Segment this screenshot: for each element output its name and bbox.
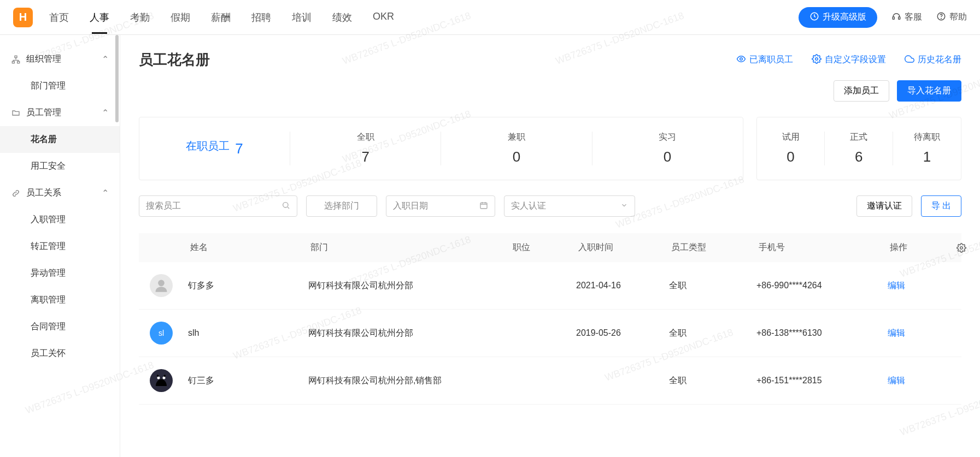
edit-link[interactable]: 编辑 bbox=[888, 375, 948, 387]
sidebar-scrollbar[interactable] bbox=[115, 35, 119, 122]
logo[interactable]: H bbox=[13, 8, 33, 27]
th-phone: 手机号 bbox=[756, 242, 888, 253]
sidebar-group-relation[interactable]: 员工关系 ⌃ bbox=[0, 180, 120, 206]
help-label: 帮助 bbox=[949, 11, 967, 23]
stat-value: 0 bbox=[592, 149, 743, 165]
search-input[interactable]: 搜索员工 bbox=[139, 195, 297, 217]
stat-parttime[interactable]: 兼职 0 bbox=[441, 132, 591, 165]
department-label: 选择部门 bbox=[324, 200, 359, 212]
svg-rect-6 bbox=[12, 61, 14, 63]
export-button[interactable]: 导 出 bbox=[921, 195, 961, 217]
import-roster-button[interactable]: 导入花名册 bbox=[897, 80, 961, 102]
sidebar-item-onboard[interactable]: 入职管理 bbox=[0, 206, 120, 233]
invite-auth-button[interactable]: 邀请认证 bbox=[856, 195, 912, 217]
table-row[interactable]: 钉多多 网钉科技有限公司杭州分部 2021-04-16 全职 +86-990**… bbox=[139, 262, 961, 310]
stat-intern[interactable]: 实习 0 bbox=[592, 132, 743, 165]
sidebar-item-roster[interactable]: 花名册 bbox=[0, 126, 120, 153]
hire-date-picker[interactable]: 入职日期 bbox=[386, 195, 495, 217]
stat-regular[interactable]: 正式 6 bbox=[824, 132, 893, 165]
stat-label: 正式 bbox=[825, 132, 893, 143]
history-label: 历史花名册 bbox=[918, 54, 961, 66]
stat-value: 6 bbox=[825, 149, 893, 165]
table-row[interactable]: sl slh 网钉科技有限公司杭州分部 2019-05-26 全职 +86-13… bbox=[139, 310, 961, 357]
support-link[interactable]: 客服 bbox=[891, 11, 922, 23]
svg-point-9 bbox=[815, 57, 818, 60]
th-pos: 职位 bbox=[510, 242, 576, 253]
real-auth-label: 实人认证 bbox=[511, 200, 546, 212]
topnav-salary[interactable]: 薪酬 bbox=[211, 1, 231, 34]
search-placeholder: 搜索员工 bbox=[146, 200, 281, 212]
edit-link[interactable]: 编辑 bbox=[888, 280, 948, 292]
th-dept: 部门 bbox=[308, 242, 510, 253]
stat-value: 0 bbox=[441, 149, 591, 165]
topbar: H 首页 人事 考勤 假期 薪酬 招聘 培训 绩效 OKR 升级高级版 客服 帮… bbox=[0, 0, 980, 35]
stat-value: 1 bbox=[893, 149, 961, 165]
sidebar-item-care[interactable]: 员工关怀 bbox=[0, 340, 120, 367]
avatar: sl bbox=[150, 322, 173, 345]
cell-type: 全职 bbox=[669, 328, 756, 339]
table-header: 姓名 部门 职位 入职时间 员工类型 手机号 操作 bbox=[139, 233, 961, 262]
cell-hire: 2019-05-26 bbox=[576, 328, 669, 338]
cell-dept: 网钉科技有限公司杭州分部 bbox=[308, 280, 510, 292]
custom-fields-link[interactable]: 自定义字段设置 bbox=[812, 54, 886, 66]
topnav: 首页 人事 考勤 假期 薪酬 招聘 培训 绩效 OKR bbox=[49, 1, 394, 34]
topnav-holiday[interactable]: 假期 bbox=[171, 1, 190, 34]
topnav-performance[interactable]: 绩效 bbox=[332, 1, 352, 34]
stat-pending-leave[interactable]: 待离职 1 bbox=[893, 132, 961, 165]
upgrade-label: 升级高级版 bbox=[823, 11, 866, 23]
sidebar-group-org[interactable]: 组织管理 ⌃ bbox=[0, 46, 120, 73]
table-row[interactable]: 钉三多 网钉科技有限公司杭州分部,销售部 全职 +86-151****2815 … bbox=[139, 357, 961, 405]
support-label: 客服 bbox=[905, 11, 922, 23]
sidebar-group-employee[interactable]: 员工管理 ⌃ bbox=[0, 99, 120, 126]
resigned-link[interactable]: 已离职员工 bbox=[736, 54, 793, 66]
chevron-up-icon: ⌃ bbox=[102, 54, 109, 64]
sidebar-item-transfer[interactable]: 异动管理 bbox=[0, 260, 120, 287]
stat-label: 在职员工 bbox=[186, 139, 230, 153]
svg-point-12 bbox=[960, 246, 963, 249]
topnav-recruit[interactable]: 招聘 bbox=[251, 1, 271, 34]
stats-card-main: 在职员工 7 全职 7 兼职 0 实习 0 bbox=[139, 117, 743, 180]
eye-icon bbox=[736, 54, 746, 66]
topnav-home[interactable]: 首页 bbox=[49, 1, 69, 34]
svg-rect-1 bbox=[893, 16, 894, 19]
real-auth-select[interactable]: 实人认证 bbox=[504, 195, 635, 217]
help-link[interactable]: 帮助 bbox=[936, 11, 967, 23]
chevron-up-icon: ⌃ bbox=[102, 108, 109, 118]
cell-name: 钉三多 bbox=[188, 375, 308, 387]
stats-card-secondary: 试用 0 正式 6 待离职 1 bbox=[756, 117, 961, 180]
stat-probation[interactable]: 试用 0 bbox=[757, 132, 825, 165]
topnav-attendance[interactable]: 考勤 bbox=[130, 1, 150, 34]
history-link[interactable]: 历史花名册 bbox=[905, 54, 961, 66]
svg-point-15 bbox=[163, 377, 166, 379]
svg-rect-11 bbox=[480, 203, 487, 209]
topnav-training[interactable]: 培训 bbox=[292, 1, 312, 34]
stat-value: 7 bbox=[235, 140, 243, 157]
add-employee-button[interactable]: 添加员工 bbox=[834, 80, 889, 102]
stat-label: 待离职 bbox=[893, 132, 961, 143]
resigned-label: 已离职员工 bbox=[749, 54, 793, 66]
topnav-hr[interactable]: 人事 bbox=[90, 1, 109, 34]
stat-fulltime[interactable]: 全职 7 bbox=[290, 132, 441, 165]
employee-table: 姓名 部门 职位 入职时间 员工类型 手机号 操作 钉多多 网钉科技有限公司杭州… bbox=[139, 233, 961, 405]
hire-date-label: 入职日期 bbox=[393, 200, 428, 212]
sidebar-group-org-label: 组织管理 bbox=[26, 54, 61, 65]
link-icon bbox=[11, 188, 21, 198]
svg-point-10 bbox=[283, 202, 288, 207]
sidebar: 组织管理 ⌃ 部门管理 员工管理 ⌃ 花名册 用工安全 员工关系 ⌃ 入职管理 … bbox=[0, 35, 120, 457]
upgrade-button[interactable]: 升级高级版 bbox=[799, 7, 877, 28]
avatar bbox=[150, 369, 173, 392]
org-icon bbox=[11, 55, 21, 64]
sidebar-item-offboard[interactable]: 离职管理 bbox=[0, 287, 120, 313]
gear-icon bbox=[812, 54, 821, 66]
sidebar-item-labor-safety[interactable]: 用工安全 bbox=[0, 153, 120, 180]
stat-active-employees[interactable]: 在职员工 7 bbox=[139, 139, 290, 159]
table-settings-button[interactable] bbox=[948, 243, 975, 253]
sidebar-item-department[interactable]: 部门管理 bbox=[0, 73, 120, 99]
chevron-down-icon bbox=[620, 201, 628, 211]
department-select[interactable]: 选择部门 bbox=[306, 195, 377, 217]
sidebar-item-contract[interactable]: 合同管理 bbox=[0, 313, 120, 340]
sidebar-item-regularize[interactable]: 转正管理 bbox=[0, 233, 120, 260]
topnav-okr[interactable]: OKR bbox=[373, 1, 394, 34]
edit-link[interactable]: 编辑 bbox=[888, 328, 948, 339]
headset-icon bbox=[891, 11, 901, 23]
